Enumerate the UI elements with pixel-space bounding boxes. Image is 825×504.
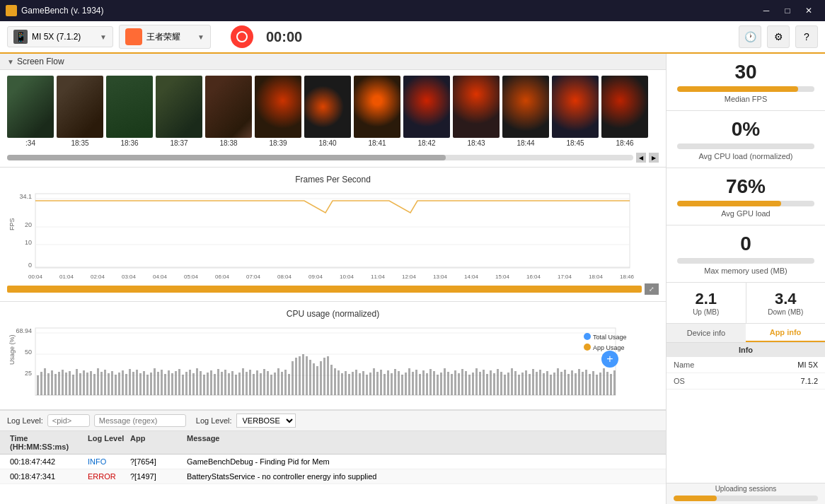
list-item[interactable]: :34	[7, 76, 54, 147]
thumbnail-time: 18:38	[205, 139, 252, 147]
svg-rect-42	[47, 373, 50, 395]
minimize-button[interactable]: ─	[756, 0, 777, 21]
svg-rect-125	[341, 373, 343, 395]
device-selector-arrow: ▼	[100, 33, 107, 41]
list-item[interactable]: 18:39	[255, 76, 301, 147]
log-table-header: Time (HH:MM:SS:ms) Log Level App Message	[0, 431, 666, 455]
tab-app-info[interactable]: App info	[746, 324, 825, 342]
svg-rect-96	[238, 373, 241, 395]
list-item[interactable]: 18:41	[354, 76, 400, 147]
memory-metric-card: 0 Max memory used (MB)	[667, 225, 825, 283]
pid-filter-input[interactable]	[47, 414, 90, 427]
svg-rect-147	[419, 374, 421, 395]
network-down-label: Down (MB)	[752, 308, 820, 316]
network-down-metric: 3.4 Down (MB)	[746, 283, 826, 323]
list-item[interactable]: 18:44	[502, 76, 549, 147]
svg-text:05:04: 05:04	[184, 274, 199, 280]
list-item[interactable]: 18:37	[156, 76, 202, 147]
svg-rect-142	[401, 375, 403, 395]
scroll-left-button[interactable]: ◀	[636, 153, 646, 163]
svg-rect-150	[429, 369, 432, 395]
tools-button[interactable]: ⚙	[767, 25, 790, 48]
chart-fullscreen-button[interactable]: ⤢	[645, 283, 659, 295]
svg-rect-202	[613, 370, 616, 395]
help-button[interactable]: ?	[795, 25, 818, 48]
svg-rect-121	[327, 356, 329, 395]
svg-rect-52	[83, 370, 85, 395]
fps-bar-fill	[677, 86, 798, 92]
message-filter-input[interactable]	[94, 414, 186, 427]
svg-rect-165	[483, 370, 485, 395]
svg-rect-192	[578, 369, 580, 395]
svg-text:18:46: 18:46	[620, 274, 635, 280]
svg-text:00:04: 00:04	[28, 274, 43, 280]
list-item[interactable]: 18:43	[453, 76, 500, 147]
svg-rect-137	[383, 374, 386, 395]
thumbnail-time: 18:37	[156, 139, 202, 147]
titlebar: GameBench (v. 1934) ─ □ ✕	[0, 0, 825, 21]
svg-rect-41	[44, 368, 46, 395]
svg-rect-105	[270, 375, 272, 395]
svg-rect-86	[203, 375, 205, 395]
fps-metric-value: 30	[677, 61, 814, 83]
gpu-bar-fill	[677, 201, 781, 206]
list-item[interactable]: 18:40	[304, 76, 351, 147]
info-os-value: 7.1.2	[716, 377, 818, 385]
svg-rect-84	[196, 368, 198, 395]
log-header-level: Log Level	[85, 433, 127, 452]
svg-text:04:04: 04:04	[153, 274, 168, 280]
record-button[interactable]	[231, 25, 253, 48]
titlebar-controls: ─ □ ✕	[756, 0, 819, 21]
svg-text:08:04: 08:04	[277, 274, 292, 280]
network-metric-row: 2.1 Up (MB) 3.4 Down (MB)	[667, 283, 825, 324]
list-item[interactable]: 18:42	[403, 76, 450, 147]
log-level-select[interactable]: VERBOSE DEBUG INFO ERROR	[236, 414, 296, 428]
svg-text:06:04: 06:04	[215, 274, 230, 280]
svg-text:10:04: 10:04	[340, 274, 354, 280]
svg-rect-186	[557, 368, 559, 395]
svg-rect-99	[249, 370, 251, 395]
thumbnail-time: 18:36	[106, 139, 153, 147]
clock-settings-button[interactable]: 🕐	[739, 25, 761, 48]
gpu-metric-label: Avg GPU load	[677, 209, 814, 218]
svg-rect-39	[37, 375, 39, 395]
upload-label: Uploading sessions	[667, 484, 825, 494]
list-item[interactable]: 18:46	[601, 76, 648, 147]
scroll-right-button[interactable]: ▶	[649, 153, 659, 163]
tab-device-info[interactable]: Device info	[667, 324, 746, 342]
list-item[interactable]: 18:36	[106, 76, 153, 147]
svg-rect-171	[504, 375, 506, 395]
info-name-row: Name MI 5X	[667, 357, 825, 373]
svg-rect-59	[108, 373, 110, 395]
thumbnail-time: 18:35	[57, 139, 103, 147]
app-selector[interactable]: 王者荣耀 ▼	[119, 25, 211, 49]
svg-rect-71	[150, 373, 152, 395]
list-item[interactable]: 18:35	[57, 76, 103, 147]
log-header-time: Time (HH:MM:SS:ms)	[7, 433, 85, 452]
close-button[interactable]: ✕	[798, 0, 819, 21]
svg-text:09:04: 09:04	[308, 274, 323, 280]
svg-text:11:04: 11:04	[371, 274, 386, 280]
svg-rect-51	[79, 373, 81, 395]
svg-rect-77	[171, 373, 173, 395]
maximize-button[interactable]: □	[777, 0, 798, 21]
svg-text:03:04: 03:04	[122, 274, 137, 280]
svg-rect-61	[115, 375, 117, 395]
svg-rect-149	[426, 373, 428, 395]
svg-rect-130	[359, 373, 361, 395]
cpu-chart-title: CPU usage (normalized)	[7, 309, 659, 319]
svg-text:15:04: 15:04	[495, 274, 510, 280]
list-item[interactable]: 18:38	[205, 76, 252, 147]
cpu-chart-container: CPU usage (normalized) 68.94 50 25 Usage…	[0, 302, 666, 410]
svg-rect-54	[90, 371, 92, 395]
app-selector-arrow: ▼	[197, 33, 204, 41]
svg-rect-167	[490, 370, 492, 395]
list-item[interactable]: 18:45	[552, 76, 599, 147]
svg-rect-92	[224, 370, 226, 395]
svg-rect-129	[355, 370, 357, 395]
svg-rect-46	[62, 370, 64, 395]
svg-text:10: 10	[25, 239, 32, 246]
device-selector[interactable]: MI 5X (7.1.2) ▼	[7, 26, 113, 47]
svg-rect-109	[284, 370, 287, 395]
svg-rect-101	[256, 370, 258, 395]
